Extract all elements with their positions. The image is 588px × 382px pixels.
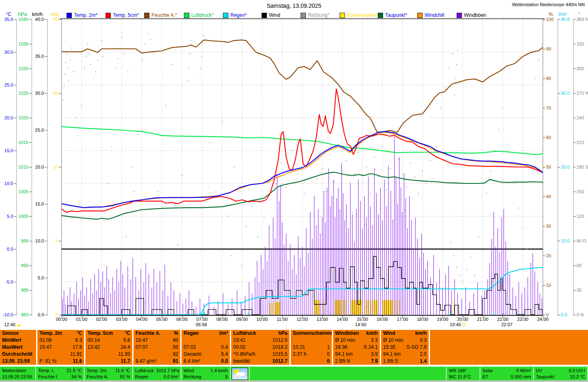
axis-tick	[543, 226, 545, 226]
x-axis-tick	[503, 316, 503, 318]
table-column-Temp. 2m: Temp. 2m°C01:086.315:4717.811.91F: 91 %1…	[37, 330, 84, 365]
status-value: 21.9 °C	[67, 368, 82, 373]
cell-label: Luftdruck	[233, 330, 256, 337]
status-cell: WR 188°WC 11.6°C	[446, 367, 480, 380]
table-row: 13.09. 23:59	[0, 358, 36, 365]
status-line: Feuchte A.91 %	[87, 374, 130, 380]
axis-tick-label: 0.0	[561, 313, 567, 317]
table-row: Windböenkm/h	[333, 330, 380, 337]
table-row: 10:211	[291, 344, 332, 351]
axis-tick	[59, 93, 61, 94]
axis-tick	[29, 118, 32, 118]
status-line: Temp. 2m11.6 °C	[87, 368, 130, 373]
table-column-Temp. 5cm: Temp. 5cm°C00:145.613:4224.411.9311.7	[85, 330, 132, 365]
table-row: 2:37 h0	[291, 351, 332, 358]
axis-tick-label: 995	[12, 239, 28, 243]
legend-item: Feuchte A.*	[144, 12, 177, 18]
x-axis-tick	[122, 316, 122, 318]
cell-value: 11.91	[70, 351, 82, 358]
axis-tick-label: 50	[546, 165, 551, 169]
axis-tick-label: 35.0	[0, 17, 13, 22]
legend-swatch-icon	[301, 13, 306, 18]
status-line: UV0.0 UV-I	[536, 368, 585, 373]
cell-value: S 24.1	[363, 344, 378, 351]
table-row: Ø 10 min.3.3	[333, 337, 380, 344]
axis-tick	[59, 19, 61, 20]
axis-tick	[14, 52, 16, 53]
cell-value: 1	[327, 344, 330, 351]
x-axis-tick	[282, 316, 283, 318]
astro-marker-label: 19:45	[450, 322, 461, 327]
axis-tick-label: -5.0	[0, 280, 13, 284]
table-row: 07:0793	[133, 344, 180, 351]
astro-marker: 06:58	[196, 322, 207, 327]
status-line: Regen0.0 l/m²	[135, 374, 179, 380]
cell-label: 13:42	[87, 344, 100, 351]
cell-value: 5.6	[123, 337, 130, 344]
cell-label: 10:21	[293, 344, 305, 351]
cell-value: 24.4	[121, 344, 130, 351]
axis-tick-label: 270 W	[577, 91, 588, 96]
table-row: 94.1 km2.0	[381, 351, 429, 358]
table-column-Luftdruck: LuftdruckhPa23:411012.500:021018.2^0.9hP…	[231, 330, 289, 365]
axis-tick	[29, 69, 32, 69]
status-line: Wind1.4 km/h	[184, 368, 228, 373]
table-filler	[430, 330, 588, 365]
status-line: Feuchte I.54 %	[38, 374, 82, 380]
table-row: Sonnenscheinmin	[291, 330, 332, 337]
x-axis-tick	[423, 316, 423, 318]
axis-tick-label: 1030	[12, 66, 28, 71]
cell-value: 11.6	[73, 358, 82, 365]
cell-value: 1.4	[420, 358, 427, 365]
axis-tick-label: 360 N	[577, 17, 588, 22]
x-axis-tick	[402, 316, 403, 318]
axis-tick-label: 40.0	[561, 17, 570, 22]
cell-label: 07:02	[184, 344, 196, 351]
axis-tick-label: 30	[577, 288, 581, 293]
axis-tick-label: 990	[12, 263, 28, 268]
x-axis-tick	[262, 316, 262, 318]
cell-label: ^0.9hPa/h	[233, 351, 255, 358]
legend-item: Wind	[262, 12, 280, 18]
cell-label: Ø 10 min.	[335, 337, 356, 344]
cell-label: 9.47 g/m³	[136, 358, 156, 365]
axis-tick	[29, 216, 32, 217]
axis-tick-label: 60	[546, 135, 551, 140]
axis-tick	[45, 204, 47, 204]
table-row: Temp. 2m°C	[37, 330, 84, 337]
axis-tick	[573, 19, 576, 20]
cell-label: MaxWert	[2, 344, 23, 351]
status-label: Luftdruck	[135, 368, 154, 373]
status-line: Temp. I.21.9 °C	[38, 368, 82, 373]
status-cell: UV0.0 UV-ITaupunkt10.2 °C	[534, 367, 588, 380]
cell-label: 13.09. 23:59	[2, 358, 30, 365]
cell-label: Wind	[383, 330, 395, 337]
axis-tick-label: 1040	[12, 17, 28, 22]
axis-tick	[543, 315, 545, 315]
x-axis-tick	[62, 316, 62, 318]
legend-item: Taupunkt*	[378, 12, 407, 18]
cell-label: Durchschnitt	[2, 351, 32, 358]
status-label: Solar	[482, 368, 493, 373]
axis-tick	[45, 56, 47, 57]
axis-tick	[29, 192, 32, 192]
axis-tick-label: 5	[41, 239, 58, 243]
cell-value: 17.8	[73, 344, 82, 351]
axis-tick	[45, 278, 47, 278]
x-axis-tick	[302, 316, 303, 318]
table-row: 11.7	[85, 358, 132, 365]
axis-tick-label: 15.0	[0, 149, 13, 153]
axis-tick	[573, 44, 576, 44]
table-row: 23:411012.5	[231, 337, 289, 344]
cell-label: MinWert	[2, 337, 21, 344]
cell-label: 15:47	[136, 337, 148, 344]
astro-marker: 19:45	[450, 322, 466, 327]
cell-label: 00:02	[233, 344, 246, 351]
x-axis-tick	[102, 316, 102, 318]
axis-tick-label: 20	[41, 17, 58, 22]
axis-tick	[543, 285, 545, 286]
axis-tick-label: 70	[546, 106, 551, 110]
axis-tick-label: 20	[546, 254, 551, 258]
table-row: 2 Bft N7.9	[333, 358, 380, 365]
table-column-sensor: SensorMinWertMaxWertDurchschnitt13.09. 2…	[0, 330, 36, 365]
